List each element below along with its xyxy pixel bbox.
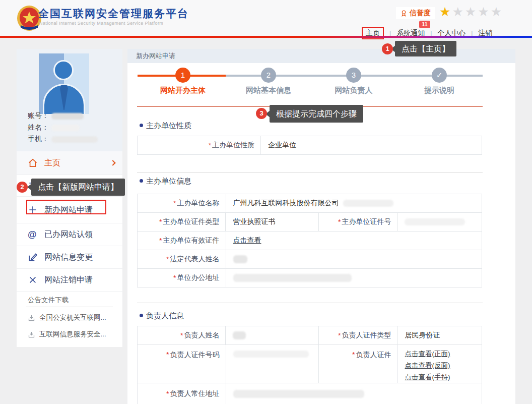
page: 全国互联网安全管理服务平台 National Internet Security… (0, 0, 532, 404)
redacted-value (233, 255, 247, 263)
redacted-value (405, 218, 465, 225)
step-4-circle: ✓ (432, 68, 447, 83)
annotation-1-number: 1 (382, 43, 393, 54)
step-1-circle: 1 (175, 68, 190, 83)
view-id-front-link[interactable]: 点击查看(正面) (405, 350, 450, 359)
sidebar-item-label: 新办网站申请 (44, 205, 93, 215)
annotation-2-number: 2 (17, 182, 28, 193)
main-panel: 新办网站申请 1 2 3 ✓ 网站开办主体 网站基本信息 网站负责人 提示说明 … (127, 49, 515, 404)
field-label: *负责人证件号码 (138, 345, 226, 383)
table-row: *法定代表人姓名 (138, 250, 482, 269)
star-empty-icon: ★ (491, 5, 503, 19)
step-2-circle: 2 (261, 68, 276, 83)
table-row: *主办单位名称 广州凡科互联网科技股份有限公司 (138, 194, 482, 213)
field-value: 营业执照证书 (226, 213, 318, 231)
sidebar-item-website-cancellation[interactable]: 网站注销申请 (17, 269, 122, 292)
sidebar-item-label: 已办网站认领 (44, 229, 93, 240)
download-link-label: 全国公安机关互联网... (39, 313, 106, 322)
downloads-section-title: 公告文件下载 (28, 296, 69, 305)
annotation-3-number: 3 (256, 108, 267, 119)
field-label: *负责人证件类型 (319, 326, 398, 344)
redacted-value (233, 274, 352, 282)
credibility-link[interactable]: 信誉度 (396, 7, 435, 19)
table-row: *主办单位证件类型 营业执照证书 *主办单位证件号 (138, 213, 482, 232)
view-id-back-link[interactable]: 点击查看(反面) (405, 361, 450, 370)
table-row: *负责人常住地址 (138, 383, 482, 404)
sidebar-item-website-info-change[interactable]: 网站信息变更 (17, 246, 122, 269)
field-label: *主办单位名称 (138, 194, 226, 212)
table-row: * 主办单位性质 企业单位 (138, 136, 482, 154)
field-value (226, 345, 319, 383)
field-value (226, 269, 482, 287)
field-label: *主办单位证件类型 (138, 213, 226, 231)
credibility-label: 信誉度 (410, 9, 431, 18)
download-link[interactable]: 互联网信息服务安全... (28, 330, 106, 339)
principal-info-table: *负责人姓名 *负责人证件类型 居民身份证 *负责人证件号码 *负责人证 (137, 326, 482, 404)
field-label: *单位办公地址 (138, 269, 226, 287)
field-label: *负责人证件 (319, 345, 398, 383)
edit-icon (28, 252, 38, 262)
section-title-unit-info: 主办单位信息 (146, 177, 191, 186)
step-4-label: 提示说明 (407, 86, 472, 95)
avatar (39, 53, 89, 114)
sidebar-item-claim-website[interactable]: @ 已办网站认领 (17, 223, 122, 246)
field-value: 点击查看 (226, 232, 482, 250)
sidebar-item-new-website-application[interactable]: 新办网站申请 (17, 197, 122, 223)
profile-account-row: 账号： (28, 111, 84, 121)
field-value: 广州凡科互联网科技股份有限公司 (226, 194, 482, 212)
chevron-right-icon (110, 160, 115, 165)
phone-label: 手机： (28, 135, 49, 144)
platform-title: 全国互联网安全管理服务平台 (38, 7, 189, 21)
redacted-value (233, 351, 309, 358)
top-header: 全国互联网安全管理服务平台 National Internet Security… (0, 0, 532, 36)
field-label: *负责人常住地址 (138, 383, 226, 404)
step-3-label: 网站负责人 (321, 86, 386, 95)
download-link[interactable]: 全国公安机关互联网... (28, 313, 106, 322)
downloads-divider (26, 307, 113, 307)
account-label: 账号： (28, 111, 49, 121)
profile-phone-row: 手机： (28, 135, 98, 144)
star-empty-icon: ★ (465, 5, 478, 19)
field-label: * 主办单位性质 (138, 136, 261, 154)
sidebar-item-label: 网站信息变更 (44, 252, 93, 263)
profile-card: 账号： 姓名： 手机： (17, 49, 122, 151)
annotation-1-tooltip: 点击【主页】 (395, 41, 456, 56)
section-title-principal: 负责人信息 (146, 311, 184, 321)
star-rating: ★★★★★ (439, 5, 503, 19)
table-row: *单位办公地址 (138, 269, 482, 287)
table-row: *负责人证件号码 *负责人证件 点击查看(正面) 点击查看(反面) 点击查看(手… (138, 345, 482, 383)
download-icon (28, 314, 35, 322)
field-label: *主办单位证件号 (319, 213, 398, 231)
field-value (397, 213, 482, 231)
view-certificate-link[interactable]: 点击查看 (233, 236, 261, 245)
plus-icon (28, 205, 38, 215)
field-label: *主办单位有效证件 (138, 232, 226, 250)
field-label: *负责人姓名 (138, 326, 226, 344)
medal-icon (400, 9, 408, 17)
unit-info-table: *主办单位名称 广州凡科互联网科技股份有限公司 *主办单位证件类型 营业执照证书… (137, 194, 482, 287)
annotation-2-tooltip: 点击【新版网站申请】 (31, 179, 125, 196)
name-label: 姓名： (28, 123, 49, 132)
phone-value-redacted (51, 136, 98, 143)
redacted-value (233, 331, 246, 339)
field-value: 企业单位 (261, 136, 482, 154)
field-value: 居民身份证 (397, 326, 482, 344)
platform-subtitle: National Internet Security Management Se… (39, 21, 163, 26)
required-marker: * (209, 141, 211, 149)
section-divider (137, 303, 483, 303)
redacted-value (233, 390, 364, 398)
step-3-circle: 3 (346, 68, 361, 83)
section-title-unit-nature: 主办单位性质 (146, 121, 191, 131)
annotation-3-tooltip: 根据提示完成四个步骤 (270, 105, 363, 123)
field-value (226, 326, 318, 344)
step-1-label: 网站开办主体 (150, 86, 216, 95)
field-value (226, 383, 482, 404)
sidebar: 账号： 姓名： 手机： 主页 (17, 49, 122, 347)
view-id-holding-link[interactable]: 点击查看(手持) (405, 373, 450, 382)
sidebar-item-label: 主页 (44, 158, 60, 168)
redacted-value (343, 200, 393, 207)
star-empty-icon: ★ (452, 5, 464, 19)
field-label: *法定代表人姓名 (138, 250, 226, 268)
sidebar-item-home[interactable]: 主页 (17, 151, 122, 175)
download-link-label: 互联网信息服务安全... (39, 330, 106, 339)
